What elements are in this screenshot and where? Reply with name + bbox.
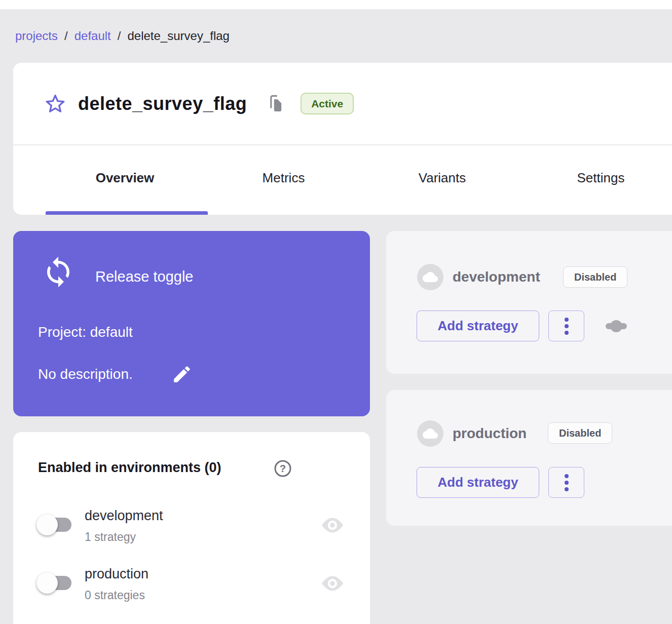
tab-metrics[interactable]: Metrics xyxy=(204,146,363,215)
environment-name: development xyxy=(453,264,540,290)
strategy-card-production: production Disabled Add strategy xyxy=(386,390,672,526)
flag-overview-page: projects / default / delete_survey_flag … xyxy=(0,0,672,624)
breadcrumb-separator: / xyxy=(64,29,68,43)
toggle-type-label: Release toggle xyxy=(95,268,193,285)
copy-icon[interactable] xyxy=(268,95,284,113)
top-strip xyxy=(0,0,672,9)
add-strategy-button[interactable]: Add strategy xyxy=(417,310,539,341)
env-row-name: production xyxy=(85,566,148,582)
sync-icon xyxy=(42,255,75,289)
environment-avatar xyxy=(417,264,443,290)
kebab-dot xyxy=(565,474,569,478)
tab-variants[interactable]: Variants xyxy=(363,146,521,215)
toggle-thumb xyxy=(36,514,58,535)
switch-thumb xyxy=(610,320,622,332)
kebab-dot xyxy=(565,331,569,335)
project-label: Project: default xyxy=(38,324,133,340)
help-icon[interactable]: ? xyxy=(274,459,292,478)
environment-status-chip: Disabled xyxy=(563,266,627,288)
toggle-info-card: Release toggle Project: default No descr… xyxy=(13,231,370,416)
cloud-icon xyxy=(423,271,438,283)
breadcrumb-default[interactable]: default xyxy=(74,29,111,43)
kebab-dot xyxy=(565,318,569,322)
environments-panel-title: Enabled in environments (0) xyxy=(38,460,221,476)
kebab-dot xyxy=(565,481,569,485)
breadcrumb-projects[interactable]: projects xyxy=(15,29,58,43)
kebab-dot xyxy=(565,487,569,491)
eye-icon[interactable] xyxy=(322,518,343,533)
svg-text:?: ? xyxy=(280,463,286,474)
description-label: No description. xyxy=(38,366,133,382)
breadcrumb: projects / default / delete_survey_flag xyxy=(15,29,230,43)
more-options-button[interactable] xyxy=(548,310,584,341)
environment-name: production xyxy=(453,420,527,447)
environment-enable-switch[interactable] xyxy=(606,320,627,332)
env-toggle-development[interactable] xyxy=(44,518,71,532)
status-badge: Active xyxy=(301,93,354,114)
favorite-star-icon[interactable] xyxy=(45,93,66,114)
environment-avatar xyxy=(417,420,443,447)
eye-icon[interactable] xyxy=(322,576,343,591)
tab-settings[interactable]: Settings xyxy=(521,146,672,215)
toggle-thumb xyxy=(36,572,58,594)
environment-status-chip: Disabled xyxy=(548,422,612,444)
environments-panel: Enabled in environments (0) ? developmen… xyxy=(13,432,370,624)
breadcrumb-separator: / xyxy=(118,29,121,43)
edit-pencil-icon[interactable] xyxy=(171,364,193,385)
tab-overview[interactable]: Overview xyxy=(46,146,204,215)
cloud-icon xyxy=(423,428,438,439)
tabs: Overview Metrics Variants Settings xyxy=(13,146,672,215)
env-row-name: development xyxy=(85,508,163,524)
breadcrumb-current: delete_survey_flag xyxy=(127,29,229,43)
page-title: delete_survey_flag xyxy=(78,93,247,114)
strategy-card-development: development Disabled Add strategy xyxy=(386,231,672,374)
flag-header-row: delete_survey_flag Active xyxy=(13,63,672,145)
add-strategy-button[interactable]: Add strategy xyxy=(417,467,539,498)
env-row-strategy-count: 0 strategies xyxy=(85,589,145,602)
active-tab-indicator xyxy=(46,211,208,215)
more-options-button[interactable] xyxy=(548,467,584,498)
env-toggle-production[interactable] xyxy=(44,576,71,590)
kebab-dot xyxy=(565,324,569,328)
flag-header-card: delete_survey_flag Active Overview Metri… xyxy=(13,63,672,215)
env-row-strategy-count: 1 strategy xyxy=(85,530,136,544)
